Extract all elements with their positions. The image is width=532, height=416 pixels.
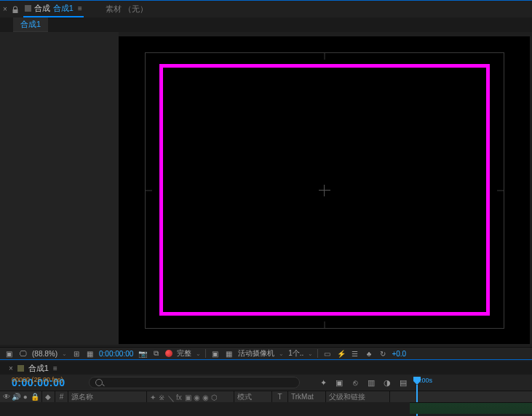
- lock-icon[interactable]: [12, 6, 19, 13]
- transparency-grid-icon[interactable]: ▦: [224, 349, 234, 359]
- flowchart-tab[interactable]: 合成1: [13, 17, 48, 32]
- timeline-panel: × 合成1 ≡ 0:00:00:00 ✦ ▣ ⎋ ▥ ◑ ▤ 00000 (25…: [0, 361, 532, 416]
- roi-icon[interactable]: ▣: [210, 349, 220, 359]
- timeline-tab-menu-icon[interactable]: ≡: [53, 364, 57, 372]
- av-toggles-header: 👁 🔊 ● 🔒: [0, 391, 42, 402]
- frame-blend-icon[interactable]: ▥: [366, 377, 376, 388]
- trkmat-column-header[interactable]: TrkMat: [288, 391, 326, 402]
- source-name-column-header[interactable]: 源名称: [68, 391, 147, 402]
- camera-dropdown[interactable]: 活动摄像机: [238, 348, 274, 359]
- t-column-header[interactable]: T: [272, 391, 288, 402]
- views-dropdown[interactable]: 1个..: [288, 348, 303, 359]
- video-eye-icon[interactable]: 👁: [3, 393, 11, 401]
- solo-icon[interactable]: ●: [22, 393, 30, 401]
- timeline-tab-bar: × 合成1 ≡: [0, 361, 532, 375]
- comp-flowchart-icon[interactable]: ♣: [364, 349, 373, 359]
- tab-menu-icon[interactable]: ≡: [78, 4, 82, 12]
- pixel-aspect-icon[interactable]: ▭: [322, 349, 332, 359]
- timeline-columns-header: 👁 🔊 ● 🔒 ◆ # 源名称 ✦※＼fx ▣◉◉⬡ 模式 T TrkMat 父…: [0, 391, 532, 402]
- resolution-dropdown[interactable]: 完整: [177, 348, 191, 359]
- motion-blur-icon[interactable]: ◑: [382, 377, 392, 388]
- composition-tab-bar: × 合成 合成1 ≡ 素材 （无）: [0, 0, 532, 17]
- snapshot-icon[interactable]: 📷: [138, 349, 147, 359]
- comp-color-swatch: [25, 5, 31, 12]
- reset-exposure-icon[interactable]: ↻: [378, 349, 387, 359]
- parent-column-header[interactable]: 父级和链接: [326, 391, 390, 402]
- timeline-tab-name[interactable]: 合成1: [28, 363, 49, 374]
- exposure-value[interactable]: +0.0: [392, 350, 406, 358]
- close-panel-icon[interactable]: ×: [3, 5, 7, 13]
- lock-column-icon[interactable]: 🔒: [31, 393, 39, 401]
- footage-tab[interactable]: 素材 （无）: [106, 4, 148, 15]
- grid-mask-icon[interactable]: ▦: [85, 349, 95, 359]
- resolution-chevron-icon[interactable]: ⌄: [196, 351, 201, 357]
- graph-editor-icon[interactable]: ▤: [398, 377, 408, 388]
- timeline-color-swatch: [17, 365, 24, 372]
- flowchart-panel: [0, 32, 119, 345]
- viewer-controls-bar: ▣ 🖵 (88.8%) ⌄ ⊞ ▦ 0:00:00:00 📷 ⧉ 完整 ⌄ ▣ …: [0, 347, 532, 360]
- shy-icon[interactable]: ⎋: [350, 377, 360, 388]
- timeline-search[interactable]: [89, 377, 300, 388]
- views-chevron-icon[interactable]: ⌄: [308, 351, 313, 357]
- index-column-header[interactable]: #: [55, 391, 68, 402]
- draft3d-icon[interactable]: ▣: [334, 377, 344, 388]
- switches-column-header[interactable]: ✦※＼fx ▣◉◉⬡: [147, 391, 234, 402]
- mode-column-header[interactable]: 模式: [234, 391, 272, 402]
- label-column-header[interactable]: ◆: [42, 391, 55, 402]
- time-ruler[interactable]: :00s: [410, 375, 532, 391]
- close-timeline-icon[interactable]: ×: [9, 364, 13, 372]
- audio-speaker-icon[interactable]: 🔊: [12, 393, 20, 401]
- zoom-level[interactable]: (88.8%): [32, 350, 57, 358]
- viewer-timecode[interactable]: 0:00:00:00: [99, 350, 133, 358]
- channel-icon[interactable]: [165, 350, 172, 357]
- comp-tab-name: 合成1: [53, 3, 74, 14]
- monitor-icon[interactable]: 🖵: [18, 349, 28, 359]
- search-icon: [95, 379, 103, 386]
- composition-viewer[interactable]: [119, 36, 530, 344]
- camera-chevron-icon[interactable]: ⌄: [279, 351, 284, 357]
- comp-tab-prefix: 合成: [34, 3, 50, 14]
- show-snapshot-icon[interactable]: ⧉: [151, 349, 161, 359]
- safe-zones-icon[interactable]: ⊞: [71, 349, 81, 359]
- flowchart-tab-bar: 合成1: [0, 17, 532, 32]
- comp-mini-flowchart-icon[interactable]: ✦: [318, 377, 328, 388]
- layer-bar-area[interactable]: [410, 402, 532, 414]
- timeline-icon[interactable]: ☰: [350, 349, 360, 359]
- fast-previews-icon[interactable]: ⚡: [336, 349, 346, 359]
- zoom-chevron-icon[interactable]: ⌄: [62, 351, 67, 357]
- frame-info: 00000 (25.00 fps): [12, 376, 63, 383]
- viewer-center-crosshair: [319, 185, 330, 196]
- always-preview-icon[interactable]: ▣: [4, 349, 14, 359]
- ruler-label-0: :00s: [420, 377, 432, 384]
- active-comp-tab[interactable]: 合成 合成1 ≡: [23, 1, 84, 17]
